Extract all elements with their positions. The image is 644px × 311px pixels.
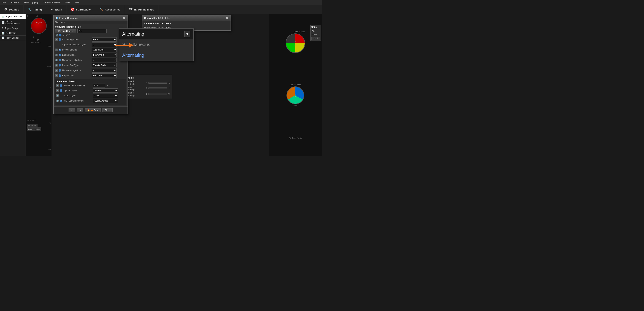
dropdown-selected-item[interactable]: Alternating ▾ xyxy=(119,29,193,39)
board-layout-row: 🔗 Board Layout NO2Cv0.3 xyxy=(56,94,125,98)
ms-row: 🔗 ? (ms) 7.1 xyxy=(55,34,126,37)
tab-settings[interactable]: ⚙ Settings xyxy=(0,5,24,14)
info-icon-stroke[interactable]: ? xyxy=(58,54,61,56)
injector-port-row: 🔗 ? Injector Port Type Throttle BodyPort xyxy=(55,63,126,67)
accessories-icon: 🔨 xyxy=(99,8,103,11)
req-fuel-title-bar: Required Fuel Calculator ✕ xyxy=(142,16,230,21)
coolant-numbers: 0°C xyxy=(295,94,296,97)
info-icon-req[interactable]: ? xyxy=(59,34,62,37)
menu-data-logging[interactable]: Data Logging xyxy=(23,1,39,4)
rpm-gauge xyxy=(31,18,47,34)
x1-label: x1 xyxy=(36,15,38,17)
menu-options[interactable]: Options xyxy=(10,1,20,4)
back-button[interactable]: ↩ xyxy=(68,108,75,112)
g-label: G xyxy=(27,15,28,17)
injector-staging-select[interactable]: AlternatingSimultaneous xyxy=(92,48,116,52)
injector-staging-row: 🔗 ? Injector Staging AlternatingSimultan… xyxy=(55,48,126,52)
injector-layout-row: 🔗 ? Injector Layout PairedSequential xyxy=(56,88,125,93)
coolant-gauge-group: Coolant Temp 0°C TEMP xyxy=(286,84,304,107)
iat-icon: 📊 xyxy=(2,32,4,35)
num-injectors-select[interactable]: 468 xyxy=(92,68,116,73)
sidebar-item-engine-constants[interactable]: 📊 Engine Constants xyxy=(0,14,26,19)
squirts-row: Squirts Per Engine Cycle 21 xyxy=(55,43,126,47)
close-button[interactable]: Close xyxy=(102,108,112,112)
link-icon-board: 🔗 xyxy=(56,94,59,97)
menu-communications[interactable]: Communications xyxy=(42,1,61,4)
injector-char-icon: 📈 xyxy=(2,21,4,24)
menu-file[interactable]: File xyxy=(2,1,7,4)
engine-type-select[interactable]: Even fireOdd fire xyxy=(92,74,116,78)
dialog-menu-view[interactable]: View xyxy=(60,21,65,24)
info-icon-inj[interactable]: ? xyxy=(58,69,61,72)
cylinders-select[interactable]: 468 xyxy=(92,58,116,62)
tab-spark[interactable]: ✦ Spark xyxy=(46,5,66,14)
sidebar-item-iat[interactable]: 📊 IAT Density xyxy=(0,31,26,36)
tab-spark-label: Spark xyxy=(54,8,62,11)
oddfire-ch2-scroll[interactable]: ⇅ xyxy=(168,81,170,85)
sidebar-item-injector-char[interactable]: 📈 Injector Characteristics xyxy=(0,19,26,26)
tab-startup-idle[interactable]: 🎯 Startup/Idle xyxy=(66,5,95,14)
map-sample-select[interactable]: Cycle AverageInstantaneous xyxy=(93,99,118,103)
reset-icon: 🔄 xyxy=(2,37,4,39)
stoich-scroll-up[interactable]: ▲ xyxy=(106,84,109,87)
menu-tools[interactable]: Tools xyxy=(64,1,72,4)
info-icon-etype[interactable]: ? xyxy=(58,74,61,77)
link-icon-inj: 🔗 xyxy=(55,69,58,72)
info-icon-map[interactable]: ? xyxy=(60,100,62,102)
sidebar-item-reset[interactable]: 🔄 Reset Control xyxy=(0,36,26,40)
tab-3d-tuning[interactable]: 🗺 3D Tuning Maps xyxy=(125,5,158,14)
trigger-icon: ⚙ xyxy=(2,27,4,30)
sidebar-item-trigger[interactable]: ⚙ Trigger Setup xyxy=(0,26,26,31)
no-errors-badge: No Errors xyxy=(27,124,38,127)
dropdown-option-simultaneous[interactable]: Simultaneous xyxy=(119,39,193,50)
board-layout-select[interactable]: NO2Cv0.3 xyxy=(93,94,118,98)
settings-icon: ⚙ xyxy=(4,8,7,11)
oddfire-ch3-scroll[interactable]: ⇅ xyxy=(168,87,170,90)
info-icon-ctrl[interactable]: ? xyxy=(58,38,61,41)
engine-constants-dialog-title: Engine Constants xyxy=(59,17,78,19)
req-fuel-input[interactable] xyxy=(78,29,106,33)
3d-tuning-icon: 🗺 xyxy=(129,8,132,11)
injector-layout-label: Injector Layout xyxy=(64,89,92,92)
dropdown-chevron-icon[interactable]: ▾ xyxy=(184,31,190,37)
data-logging-button[interactable]: Data Logging xyxy=(27,128,42,131)
menu-help[interactable]: Help xyxy=(74,1,81,4)
sidebar-trigger-label: Trigger Setup xyxy=(5,27,18,30)
req-fuel-row: Required Fuel... xyxy=(55,29,126,33)
info-icon-staging[interactable]: ? xyxy=(58,49,61,51)
req-fuel-close-button[interactable]: ✕ xyxy=(225,16,229,20)
dropdown-option-alternating[interactable]: Alternating xyxy=(119,50,193,61)
units-cc-option[interactable]: CC xyxy=(311,30,320,33)
info-icon-port[interactable]: ? xyxy=(58,64,61,67)
injector-staging-dropdown: Alternating ▾ Simultaneous Alternating xyxy=(119,29,194,61)
tab-accessories[interactable]: 🔨 Accessories xyxy=(95,5,125,14)
forward-button[interactable]: ↪ xyxy=(77,108,83,112)
air-fuel-ratio-bottom-label: Air:Fuel Ratio xyxy=(289,137,302,139)
not-cranking: Not Cranking xyxy=(31,42,40,44)
info-icon-layout[interactable]: ? xyxy=(60,89,62,92)
num-injectors-label: Number of Injectors xyxy=(62,69,90,72)
required-fuel-button[interactable]: Required Fuel... xyxy=(55,29,76,33)
engine-stroke-select[interactable]: Four-strokeTwo-stroke xyxy=(92,53,116,57)
control-algorithm-select[interactable]: MAPTPS xyxy=(92,37,116,42)
info-icon-stoich[interactable]: ? xyxy=(60,84,62,87)
burn-button[interactable]: 🔥 🔥 Burn xyxy=(85,108,101,112)
link-icon-map: 🔗 xyxy=(56,100,59,102)
squirts-select[interactable]: 21 xyxy=(92,43,116,47)
stoich-input[interactable] xyxy=(93,84,105,88)
oddfire-ch4-scroll[interactable]: ⇅ xyxy=(168,93,170,96)
units-ccmin-option[interactable]: cc/min xyxy=(311,33,320,36)
rpm-tick-300: 300 xyxy=(48,148,50,150)
engine-constants-close-button[interactable]: ✕ xyxy=(122,16,126,20)
tab-bar: ⚙ Settings 🔧 Tuning ✦ Spark 🎯 Startup/Id… xyxy=(0,5,322,14)
injector-layout-select[interactable]: PairedSequential xyxy=(93,88,118,93)
dialog-footer: ↩ ↪ 🔥 🔥 Burn Close xyxy=(54,107,128,114)
info-icon-cyl[interactable]: ? xyxy=(58,59,61,61)
engine-constants-content: Calculate Required Fuel Required Fuel...… xyxy=(54,24,128,107)
tab-tuning[interactable]: 🔧 Tuning xyxy=(24,5,46,14)
dialog-menu-file[interactable]: File xyxy=(55,21,58,24)
oddfire-ch4-value: 0 xyxy=(144,93,148,95)
sidebar-engine-constants-label: Engine Constants xyxy=(6,15,22,18)
injector-port-select[interactable]: Throttle BodyPort xyxy=(92,63,116,67)
units-cancel-button[interactable]: ncel xyxy=(311,37,320,40)
